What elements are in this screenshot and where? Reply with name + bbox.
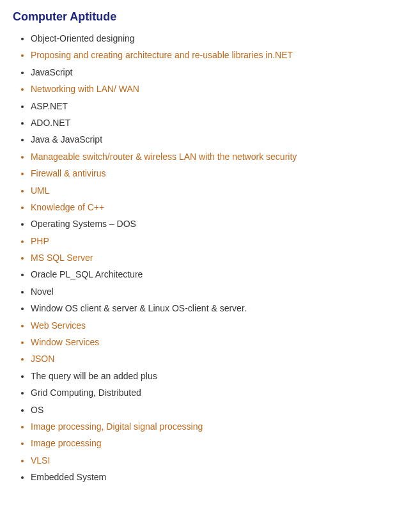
list-item: VLSI xyxy=(31,453,400,467)
list-item: JSON xyxy=(31,352,400,366)
list-item: Operating Systems – DOS xyxy=(31,217,400,231)
list-item: Oracle PL_SQL Architecture xyxy=(31,267,400,281)
list-item: Object-Oriented designing xyxy=(31,31,400,45)
list-item: Java & JavaScript xyxy=(31,132,400,146)
list-item: UML xyxy=(31,184,400,198)
list-item: OS xyxy=(31,403,400,417)
page-title: Computer Aptitude xyxy=(13,10,400,24)
list-item: Grid Computing, Distributed xyxy=(31,386,400,400)
list-item: Window OS client & server & Linux OS-cli… xyxy=(31,301,400,315)
list-item: Web Services xyxy=(31,318,400,332)
list-item: Networking with LAN/ WAN xyxy=(31,82,400,96)
list-item: Knowledge of C++ xyxy=(31,200,400,214)
list-item: Image processing xyxy=(31,436,400,450)
list-item: ADO.NET xyxy=(31,116,400,130)
aptitude-list: Object-Oriented designingProposing and c… xyxy=(13,31,400,485)
list-item: ASP.NET xyxy=(31,99,400,113)
list-item: Window Services xyxy=(31,335,400,349)
list-item: Embedded System xyxy=(31,470,400,484)
list-item: Manageable switch/router & wireless LAN … xyxy=(31,150,400,164)
list-item: PHP xyxy=(31,234,400,248)
list-item: MS SQL Server xyxy=(31,251,400,265)
list-item: Image processing, Digital signal process… xyxy=(31,419,400,434)
list-item: Novel xyxy=(31,285,400,299)
list-item: JavaScript xyxy=(31,65,400,79)
list-item: The query will be an added plus xyxy=(31,369,400,383)
list-item: Firewall & antivirus xyxy=(31,166,400,180)
list-item: Proposing and creating architecture and … xyxy=(31,48,400,62)
